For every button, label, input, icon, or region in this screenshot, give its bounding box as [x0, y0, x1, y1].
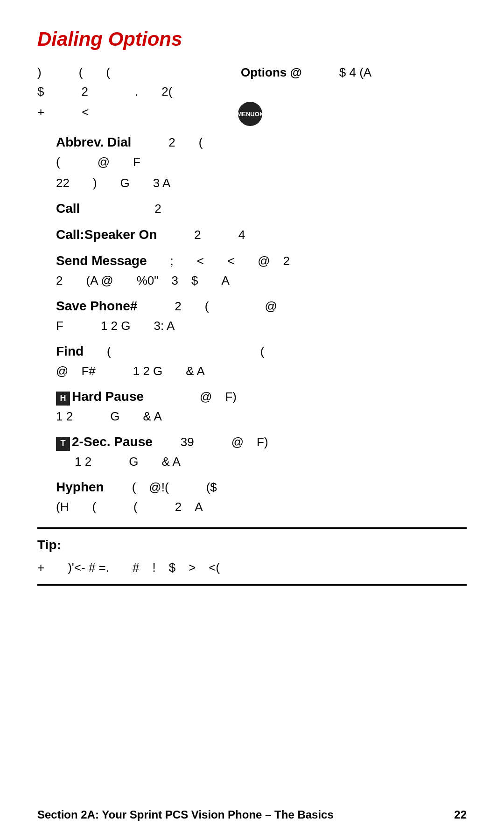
tip-col2: )'<- # =. [68, 559, 109, 577]
page-footer: Section 2A: Your Sprint PCS Vision Phone… [37, 808, 467, 821]
h2-col3: . [135, 83, 138, 101]
call-val: 2 [154, 200, 161, 218]
tip-col3: # [133, 559, 139, 577]
send-msg-r1c1: ; [170, 252, 174, 270]
send-msg-r2c3: %0" [137, 272, 159, 290]
tip-row2: + )'<- # =. # ! $ > <( [37, 559, 467, 577]
find-row1: Find ( ( [37, 342, 467, 361]
tip-section: Tip: + )'<- # =. # ! $ > <( [37, 527, 467, 586]
hyphen-row1: Hyphen ( @!( ($ [37, 477, 467, 497]
tip-col7: <( [209, 559, 220, 577]
two-sec-pause-icon: T [56, 437, 70, 451]
two-sec-pause-row1: T 2-Sec. Pause 39 @ F) [37, 432, 467, 452]
tip-label: Tip: [37, 535, 61, 555]
send-msg-r1c5: 2 [283, 252, 290, 270]
h2-col4: 2( [161, 83, 172, 101]
abbrev-dial-r3c2: ) [93, 174, 97, 192]
abbrev-dial-r2c3: F [133, 153, 140, 171]
footer-right: 22 [454, 808, 467, 821]
two-sec-pause-label: 2-Sec. Pause [72, 432, 153, 452]
two-sec-r2c1: 1 2 [75, 453, 91, 471]
call-speaker-label: Call:Speaker On [56, 225, 157, 245]
send-msg-r2c2: (A @ [86, 272, 113, 290]
abbrev-dial-r1c2: ( [199, 133, 203, 152]
send-message-row1: Send Message ; < < @ 2 [37, 251, 467, 271]
hyphen-r2c3: ( [133, 498, 138, 516]
call-speaker-col2: 4 [238, 226, 245, 244]
abbrev-dial-label: Abbrev. Dial [56, 133, 131, 152]
two-sec-r1c2: @ [231, 433, 244, 451]
save-phone-row1: Save Phone# 2 ( @ [37, 296, 467, 316]
hyphen-r1c3: ($ [206, 478, 217, 497]
call-speaker-col1: 2 [194, 226, 201, 244]
call-speaker-row: Call:Speaker On 2 4 [37, 225, 467, 245]
send-msg-r1c4: @ [258, 252, 270, 270]
hard-pause-icon: H [56, 392, 70, 406]
two-sec-r1c1: 39 [181, 433, 194, 451]
h3-col2: < [82, 103, 89, 121]
abbrev-dial-r1c1: 2 [168, 133, 175, 152]
hyphen-r1c1: ( [132, 478, 136, 497]
send-message-label: Send Message [56, 251, 147, 271]
two-sec-r1c3: F) [257, 433, 268, 451]
hard-pause-label: Hard Pause [72, 387, 144, 406]
menu-ok-button[interactable]: MENU OK [238, 102, 262, 126]
h1-col4: Options @ [241, 63, 302, 82]
hard-pause-r1c2: F) [225, 388, 237, 406]
hyphen-row2: (H ( ( 2 A [37, 498, 467, 516]
send-msg-r2c4: 3 [171, 272, 178, 290]
tip-row1: Tip: [37, 535, 467, 555]
abbrev-dial-r3c1: 22 [56, 174, 70, 192]
save-phone-r2c3: 3: A [154, 317, 175, 335]
abbrev-dial-r2c2: @ [98, 153, 110, 171]
header-row-1: ) ( ( Options @ $ 4 (A [37, 63, 467, 82]
save-phone-r2c1: F [56, 317, 63, 335]
hyphen-r2c2: ( [92, 498, 96, 516]
abbrev-dial-r3c3: G [120, 174, 130, 192]
h2-col2: 2 [81, 83, 88, 101]
hyphen-r1c2: @!( [149, 478, 168, 497]
header-row-3: + < MENU OK [37, 102, 467, 126]
hyphen-r2c4: 2 [175, 498, 182, 516]
send-msg-r2c6: A [221, 272, 229, 290]
call-row: Call 2 [37, 199, 467, 218]
hard-pause-r2c3: & A [143, 407, 161, 426]
find-row2: @ F# 1 2 G & A [37, 362, 467, 380]
find-r2c2: F# [81, 362, 95, 380]
send-msg-r2c1: 2 [56, 272, 63, 290]
save-phone-label: Save Phone# [56, 296, 137, 316]
h3-col1: + [37, 103, 44, 121]
hard-pause-row1: H Hard Pause @ F) [37, 387, 467, 406]
send-msg-r2c5: $ [191, 272, 198, 290]
tip-col5: $ [169, 559, 175, 577]
call-label: Call [56, 199, 80, 218]
save-phone-r1c3: @ [265, 297, 277, 315]
save-phone-r1c2: ( [205, 297, 209, 315]
hard-pause-r1c1: @ [200, 388, 212, 406]
send-msg-r1c2: < [197, 252, 204, 270]
h2-col1: $ [37, 83, 44, 101]
find-r1c1: ( [107, 343, 111, 361]
abbrev-dial-row2: ( @ F [37, 153, 467, 171]
find-r2c3: 1 2 G [133, 362, 163, 380]
hard-pause-r2c2: G [110, 407, 119, 426]
tip-col6: > [189, 559, 196, 577]
h1-col1: ) [37, 63, 42, 82]
hyphen-r2c5: A [195, 498, 203, 516]
abbrev-dial-r2c1: ( [56, 153, 60, 171]
tip-col1: + [37, 559, 44, 577]
abbrev-dial-row1: Abbrev. Dial 2 ( [37, 133, 467, 152]
page-title: Dialing Options [37, 28, 467, 50]
send-msg-r1c3: < [227, 252, 234, 270]
two-sec-r2c3: & A [161, 453, 180, 471]
two-sec-r2c2: G [129, 453, 138, 471]
find-label: Find [56, 342, 84, 361]
hard-pause-row2: 1 2 G & A [37, 407, 467, 426]
footer-left: Section 2A: Your Sprint PCS Vision Phone… [37, 808, 334, 821]
save-phone-row2: F 1 2 G 3: A [37, 317, 467, 335]
hyphen-r2c1: (H [56, 498, 69, 516]
save-phone-r1c1: 2 [175, 297, 181, 315]
tip-col4: ! [152, 559, 155, 577]
find-r1c2: ( [260, 343, 265, 361]
abbrev-dial-row3: 22 ) G 3 A [37, 174, 467, 192]
